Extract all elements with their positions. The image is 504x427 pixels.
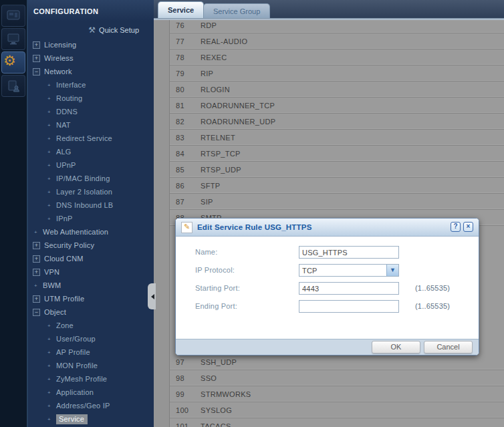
sidebar-tree-item[interactable]: + VPN (28, 265, 154, 279)
sidebar-tree-item[interactable]: + MON Profile (28, 359, 154, 372)
tree-expand-icon: + (46, 136, 52, 142)
sidebar-tree-item[interactable]: + Licensing (28, 38, 154, 51)
table-row[interactable]: 101 TACACS (170, 418, 504, 427)
sidebar-tree-item[interactable]: + UTM Profile (28, 292, 154, 305)
tree-expand-icon: + (46, 390, 52, 396)
close-button[interactable]: × (463, 222, 473, 232)
tree-expand-icon: + (46, 403, 52, 409)
sidebar-tree-item[interactable]: + Address/Geo IP (28, 399, 154, 412)
help-button[interactable]: ? (451, 222, 461, 232)
dialog-titlebar: ✎ Edit Service Rule USG_HTTPS ? × (176, 219, 479, 237)
table-row[interactable]: 83 RTELNET (170, 130, 504, 146)
dashboard-nav-button[interactable] (1, 5, 25, 27)
sidebar-collapse-handle[interactable] (148, 283, 156, 309)
tree-expand-icon: + (33, 55, 40, 62)
tree-expand-icon: + (33, 255, 40, 263)
row-number: 98 (170, 374, 201, 382)
ending-port-input[interactable] (299, 300, 399, 313)
sidebar-title: CONFIGURATION (33, 7, 98, 15)
sidebar-item-label: Network (44, 67, 72, 76)
service-name: RTSP_TCP (201, 150, 504, 158)
tree-expand-icon: + (46, 363, 52, 369)
configuration-nav-button[interactable]: ⚙ ⚙ (1, 51, 25, 74)
dialog-title: Edit Service Rule USG_HTTPS (197, 223, 312, 231)
starting-port-hint: (1..65535) (415, 284, 450, 292)
sidebar-tree-item[interactable]: + ALG (28, 145, 154, 158)
service-name: SSH_UDP (201, 358, 504, 366)
starting-port-input[interactable] (299, 282, 399, 295)
tree-expand-icon: + (46, 82, 52, 88)
sidebar-tree-item[interactable]: + Routing (28, 92, 154, 105)
sidebar-tree-item[interactable]: + Wireless (28, 51, 154, 65)
sidebar-tree-item[interactable]: − Network (28, 65, 154, 78)
sidebar-tree-item[interactable]: + UPnP (28, 158, 154, 172)
sidebar-tree-item[interactable]: + Interface (28, 78, 154, 92)
sidebar-tree-item[interactable]: + IPnP (28, 212, 154, 225)
tree-expand-icon: + (33, 41, 40, 49)
sidebar-tree-item[interactable]: + BWM (28, 279, 154, 292)
sidebar-item-label: Routing (56, 94, 82, 102)
maintenance-nav-button[interactable] (1, 75, 25, 97)
sidebar-tree-item[interactable]: + Layer 2 Isolation (28, 185, 154, 198)
sidebar-tree-item[interactable]: + Application (28, 386, 154, 399)
table-row[interactable]: 81 ROADRUNNER_TCP (170, 98, 504, 114)
table-row[interactable]: 87 SIP (170, 194, 504, 210)
service-name: RTSP_UDP (201, 166, 504, 174)
table-row[interactable]: 84 RTSP_TCP (170, 146, 504, 162)
table-row[interactable]: 82 ROADRUNNER_UDP (170, 114, 504, 130)
table-row[interactable]: 79 RIP (170, 65, 504, 82)
sidebar-item-label: AP Profile (56, 348, 90, 356)
dashboard-icon (2, 9, 25, 23)
ending-port-hint: (1..65535) (415, 302, 450, 310)
sidebar-tree-item[interactable]: + User/Group (28, 332, 154, 345)
row-number: 79 (170, 69, 201, 78)
sidebar-tree-item[interactable]: + DNS Inbound LB (28, 198, 154, 212)
tree-expand-icon: + (46, 323, 52, 329)
table-row[interactable]: 78 REXEC (170, 49, 504, 65)
row-number: 76 (170, 21, 201, 29)
sidebar-tree-item[interactable]: + NAT (28, 118, 154, 132)
tree-expand-icon: + (46, 162, 52, 168)
sidebar-tree-item[interactable]: − Object (28, 305, 154, 319)
tab-service[interactable]: Service (158, 1, 204, 18)
dialog-body: Name: IP Protocol: TCP ▼ Starting Port: … (176, 237, 479, 339)
service-name: ROADRUNNER_TCP (201, 102, 504, 110)
sidebar-tree-item[interactable]: + AP Profile (28, 345, 154, 359)
table-row[interactable]: 85 RTSP_UDP (170, 162, 504, 178)
tree-expand-icon: + (46, 376, 52, 382)
navigation-tree: + Licensing + Wireless − Network + Inter… (28, 38, 154, 426)
service-name: RTELNET (201, 134, 504, 142)
table-row[interactable]: 99 STRMWORKS (170, 386, 504, 402)
sidebar-tree-item[interactable]: + ZyMesh Profile (28, 372, 154, 386)
monitor-nav-button[interactable] (1, 28, 25, 50)
sidebar-item-label: Licensing (44, 41, 76, 49)
sidebar-tree-item[interactable]: + Service (28, 412, 154, 426)
sidebar-tree-item[interactable]: + Web Authentication (28, 225, 154, 239)
table-row[interactable]: 86 SFTP (170, 178, 504, 194)
service-name: SIP (201, 198, 504, 206)
table-row[interactable]: 98 SSO (170, 370, 504, 386)
sidebar-tree-item[interactable]: + Cloud CNM (28, 252, 154, 265)
table-row[interactable]: 76 RDP (170, 20, 504, 33)
sidebar-tree-item[interactable]: + Redirect Service (28, 132, 154, 145)
tab-service-group[interactable]: Service Group (203, 3, 270, 18)
cancel-button[interactable]: Cancel (424, 341, 473, 353)
sidebar-tree-item[interactable]: + Security Policy (28, 239, 154, 252)
sidebar-tree-item[interactable]: + Zone (28, 319, 154, 332)
sidebar-tree-item[interactable]: + IP/MAC Binding (28, 172, 154, 185)
chevron-down-icon[interactable]: ▼ (386, 265, 398, 276)
row-number: 101 (170, 422, 201, 427)
sidebar-tree-item[interactable]: + DDNS (28, 105, 154, 118)
quick-setup-button[interactable]: ⚒ Quick Setup (88, 24, 139, 36)
row-number: 97 (170, 358, 201, 366)
sidebar-item-label: MON Profile (56, 362, 98, 370)
name-input[interactable] (299, 246, 399, 259)
table-row[interactable]: 77 REAL-AUDIO (170, 33, 504, 49)
table-row[interactable]: 97 SSH_UDP (170, 354, 504, 370)
service-name: RIP (201, 69, 504, 78)
table-row[interactable]: 100 SYSLOG (170, 402, 504, 418)
tree-expand-icon: + (46, 189, 52, 195)
table-row[interactable]: 80 RLOGIN (170, 82, 504, 98)
ok-button[interactable]: OK (372, 341, 420, 353)
ip-protocol-select[interactable]: TCP ▼ (299, 264, 399, 277)
